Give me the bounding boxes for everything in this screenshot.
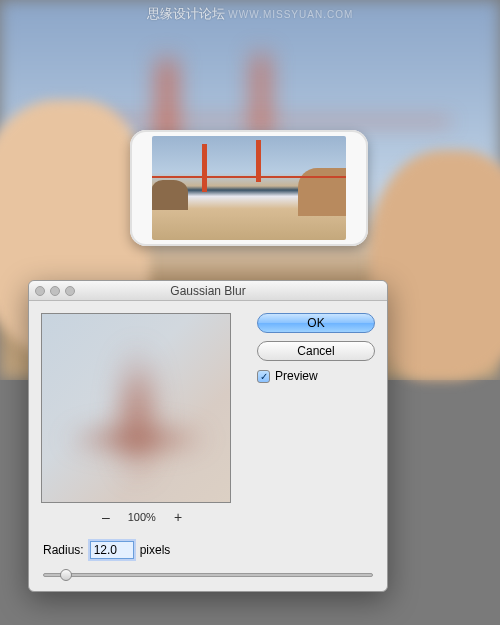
preview-content	[62, 424, 212, 454]
watermark-text: 思缘设计论坛	[147, 6, 225, 21]
radius-input[interactable]	[90, 541, 134, 559]
preview-content	[117, 344, 157, 484]
traffic-lights	[35, 286, 75, 296]
watermark: 思缘设计论坛 WWW.MISSYUAN.COM	[0, 5, 500, 23]
zoom-out-button[interactable]: –	[102, 509, 110, 525]
zoom-in-button[interactable]: +	[174, 509, 182, 525]
radius-slider-thumb[interactable]	[60, 569, 72, 581]
screen-bridge-tower	[202, 144, 207, 192]
preview-checkbox[interactable]: ✓	[257, 370, 270, 383]
watermark-url: WWW.MISSYUAN.COM	[228, 9, 353, 20]
zoom-icon[interactable]	[65, 286, 75, 296]
blur-preview[interactable]	[41, 313, 231, 503]
screen-rock	[152, 180, 188, 210]
zoom-level: 100%	[128, 511, 156, 523]
minimize-icon[interactable]	[50, 286, 60, 296]
cancel-button[interactable]: Cancel	[257, 341, 375, 361]
phone-screen-photo	[152, 136, 346, 240]
preview-checkbox-label: Preview	[275, 369, 318, 383]
gaussian-blur-dialog: Gaussian Blur – 100% + OK Cancel ✓ Previ…	[28, 280, 388, 592]
hand-right	[370, 150, 500, 380]
radius-slider[interactable]	[43, 573, 373, 577]
radius-label: Radius:	[43, 543, 84, 557]
screen-bridge-tower	[256, 140, 261, 182]
close-icon[interactable]	[35, 286, 45, 296]
radius-unit: pixels	[140, 543, 171, 557]
background-bridge-tower	[255, 55, 267, 140]
dialog-titlebar[interactable]: Gaussian Blur	[29, 281, 387, 301]
screen-bridge-cable	[152, 176, 346, 178]
phone-mockup	[130, 130, 368, 246]
dialog-title: Gaussian Blur	[29, 284, 387, 298]
ok-button[interactable]: OK	[257, 313, 375, 333]
